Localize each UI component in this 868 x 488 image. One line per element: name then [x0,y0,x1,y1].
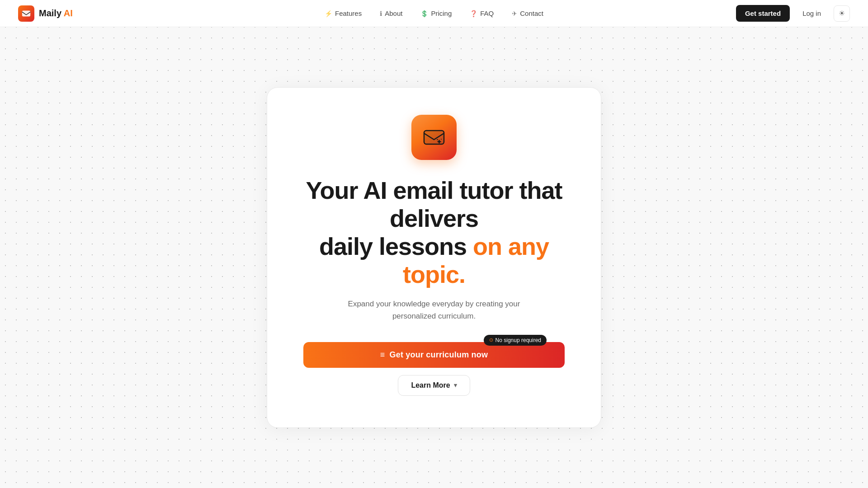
get-started-button[interactable]: Get started [736,5,790,22]
login-button[interactable]: Log in [795,5,828,22]
features-icon: ⚡ [325,10,332,17]
hero-card: Your AI email tutor that delivers daily … [267,87,601,428]
logo-icon [18,5,34,22]
nav-contact[interactable]: ✈ Contact [505,6,551,21]
faq-icon: ❓ [470,10,477,17]
cta-section: No signup required ≡ Get your curriculum… [303,342,565,396]
svg-point-4 [441,139,442,140]
contact-icon: ✈ [512,10,517,17]
svg-point-3 [437,139,438,140]
navbar: Maily AI ⚡ Features ℹ About 💲 Pricing ❓ … [0,0,868,27]
get-curriculum-button[interactable]: ≡ Get your curriculum now [303,342,565,368]
learn-more-button[interactable]: Learn More ▾ [398,375,470,396]
logo[interactable]: Maily AI [18,5,73,22]
nav-pricing[interactable]: 💲 Pricing [413,6,459,21]
app-icon-wrapper [303,115,565,160]
nav-about[interactable]: ℹ About [373,6,410,21]
svg-rect-1 [424,131,444,144]
no-signup-badge: No signup required [484,335,547,346]
hero-subtitle: Expand your knowledge everyday by creati… [330,298,538,322]
chevron-down-icon: ▾ [454,382,457,389]
app-icon [411,115,457,160]
nav-faq[interactable]: ❓ FAQ [462,6,501,21]
theme-toggle-button[interactable]: ☀ [834,5,850,22]
nav-links: ⚡ Features ℹ About 💲 Pricing ❓ FAQ ✈ Con… [317,6,551,21]
nav-actions: Get started Log in ☀ [736,5,850,22]
curriculum-icon: ≡ [380,350,385,360]
brand-name: Maily AI [39,8,73,19]
hero-title: Your AI email tutor that delivers daily … [303,176,565,288]
about-icon: ℹ [380,10,382,17]
pricing-icon: 💲 [420,10,428,17]
main-content: Your AI email tutor that delivers daily … [0,0,868,488]
svg-rect-0 [22,10,30,16]
nav-features[interactable]: ⚡ Features [317,6,369,21]
